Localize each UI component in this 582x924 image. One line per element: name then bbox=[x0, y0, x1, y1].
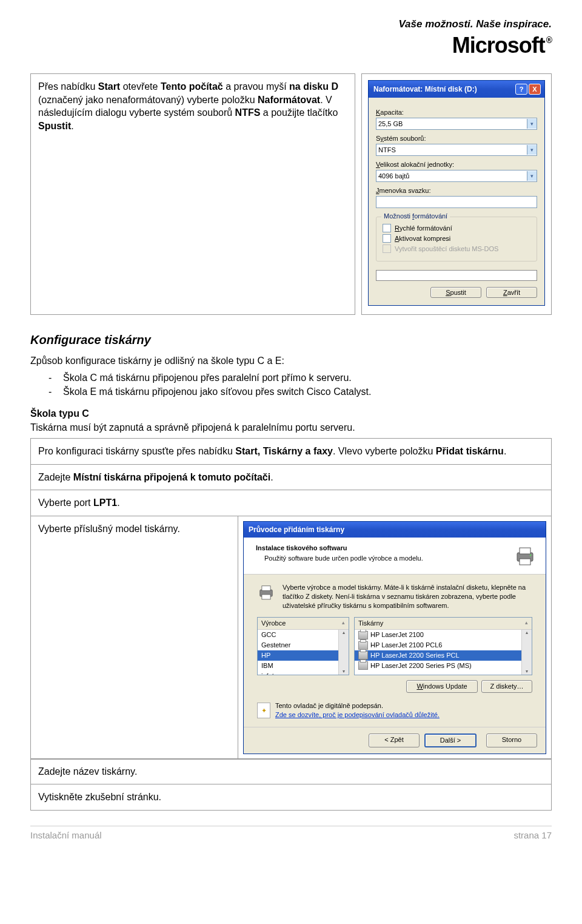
cancel-button[interactable]: Storno bbox=[486, 733, 537, 747]
printer-icon bbox=[513, 544, 537, 568]
scrollbar[interactable]: ▴▾ bbox=[521, 630, 532, 675]
close-icon[interactable]: X bbox=[529, 84, 541, 95]
printer-small-icon bbox=[257, 583, 275, 610]
chevron-down-icon: ▾ bbox=[527, 119, 537, 129]
instruction-cell-format: Přes nabídku Start otevřete Tento počíta… bbox=[30, 73, 355, 315]
wizard-instructions: Vyberte výrobce a model tiskárny. Máte-l… bbox=[283, 583, 532, 610]
filesystem-select[interactable]: NTFS▾ bbox=[376, 144, 537, 156]
printer-listbox[interactable]: Tiskárny▴ HP LaserJet 2100 HP LaserJet 2… bbox=[354, 617, 532, 675]
compression-checkbox[interactable]: Aktivovat kompresi bbox=[383, 234, 530, 243]
volume-label-label: Jmenovka svazku: bbox=[376, 187, 537, 194]
format-options-group: Možnosti formátování bbox=[381, 212, 450, 220]
svg-rect-2 bbox=[520, 559, 530, 565]
list-item[interactable]: HP bbox=[258, 650, 349, 661]
printer-item-icon bbox=[358, 661, 368, 670]
footer-left: Instalační manuál bbox=[30, 830, 102, 840]
quick-format-checkbox[interactable]: Rychlé formátování bbox=[383, 224, 530, 232]
windows-update-button[interactable]: Windows Update bbox=[406, 680, 478, 693]
tagline: Vaše možnosti. Naše inspirace. bbox=[30, 18, 552, 30]
step-row-4: Vyberte příslušný model tiskárny. bbox=[30, 516, 238, 760]
printer-item-icon bbox=[358, 651, 368, 659]
list-item[interactable]: Gestetner bbox=[258, 640, 349, 650]
signing-info-link[interactable]: Zde se dozvíte, proč je podepisování ovl… bbox=[275, 711, 440, 718]
svg-rect-5 bbox=[262, 586, 270, 591]
printer-item-icon bbox=[358, 631, 368, 639]
list-item[interactable]: HP LaserJet 2100 PCL6 bbox=[355, 640, 532, 650]
subheading: Škola typu C Tiskárna musí být zapnutá a… bbox=[30, 407, 552, 434]
list-item[interactable]: GCC bbox=[258, 630, 349, 640]
vendor-listbox[interactable]: Výrobce▴ GCC Gestetner HP IBM infotec ▴▾ bbox=[257, 617, 349, 675]
wizard-title: Průvodce přidáním tiskárny bbox=[249, 525, 542, 535]
wizard-heading: Instalace tiskového softwaru bbox=[256, 544, 423, 553]
chevron-up-icon: ▴ bbox=[342, 619, 345, 628]
step-row-3: Vyberte port LPT1. bbox=[30, 490, 552, 516]
allocation-select[interactable]: 4096 bajtů▾ bbox=[376, 170, 537, 182]
step-row-1: Pro konfiguraci tiskárny spusťte přes na… bbox=[30, 438, 552, 465]
wizard-screenshot: Průvodce přidáním tiskárny Instalace tis… bbox=[238, 516, 552, 760]
filesystem-label: Systém souborů: bbox=[376, 135, 537, 142]
wizard-subheading: Použitý software bude určen podle výrobc… bbox=[264, 554, 423, 563]
list-item[interactable]: IBM bbox=[258, 661, 349, 671]
format-progress bbox=[376, 270, 537, 281]
help-icon[interactable]: ? bbox=[515, 84, 527, 95]
list-item[interactable]: HP LaserJet 2200 Series PCL bbox=[355, 650, 532, 661]
format-dialog-screenshot: Naformátovat: Místní disk (D:) ? X Kapac… bbox=[361, 73, 552, 315]
bullet-item: Škola C má tiskárnu připojenou přes para… bbox=[48, 371, 552, 385]
section-heading: Konfigurace tiskárny bbox=[30, 333, 552, 347]
signed-text: Tento ovladač je digitálně podepsán. bbox=[275, 701, 440, 710]
from-disk-button[interactable]: Z diskety… bbox=[481, 680, 532, 693]
capacity-select[interactable]: 25,5 GB▾ bbox=[376, 118, 537, 130]
svg-point-3 bbox=[530, 554, 532, 556]
step-row-5: Zadejte název tiskárny. bbox=[30, 758, 552, 785]
svg-rect-1 bbox=[520, 548, 530, 554]
capacity-label: Kapacita: bbox=[376, 109, 537, 116]
step-row-2: Zadejte Místní tiskárna připojená k tomu… bbox=[30, 464, 552, 491]
section-intro: Způsob konfigurace tiskárny je odlišný n… bbox=[30, 354, 552, 368]
back-button[interactable]: < Zpět bbox=[369, 733, 420, 747]
footer-right: strana 17 bbox=[513, 830, 552, 840]
step-row-6: Vytiskněte zkušební stránku. bbox=[30, 784, 552, 811]
dialog-title: Naformátovat: Místní disk (D:) bbox=[373, 85, 514, 93]
start-button[interactable]: Spustit bbox=[430, 287, 481, 298]
chevron-up-icon: ▴ bbox=[525, 619, 528, 628]
allocation-label: Velikost alokační jednotky: bbox=[376, 161, 537, 168]
bullet-item: Škola E má tiskárnu připojenou jako síťo… bbox=[48, 385, 552, 399]
msdos-boot-checkbox: Vytvořit spouštěcí disketu MS-DOS bbox=[383, 244, 530, 253]
list-item[interactable]: infotec bbox=[258, 671, 349, 675]
close-button[interactable]: Zavřít bbox=[486, 287, 537, 298]
svg-rect-6 bbox=[262, 595, 270, 599]
chevron-down-icon: ▾ bbox=[527, 145, 537, 155]
volume-label-input[interactable] bbox=[376, 196, 537, 208]
next-button[interactable]: Další > bbox=[424, 733, 477, 747]
printer-item-icon bbox=[358, 641, 368, 650]
scrollbar[interactable]: ▴▾ bbox=[338, 630, 349, 675]
list-item[interactable]: HP LaserJet 2100 bbox=[355, 630, 532, 640]
chevron-down-icon: ▾ bbox=[527, 171, 537, 181]
microsoft-logo: Microsoft® bbox=[452, 33, 552, 58]
list-item[interactable]: HP LaserJet 2200 Series PS (MS) bbox=[355, 661, 532, 671]
certificate-icon: ✦ bbox=[257, 703, 270, 718]
